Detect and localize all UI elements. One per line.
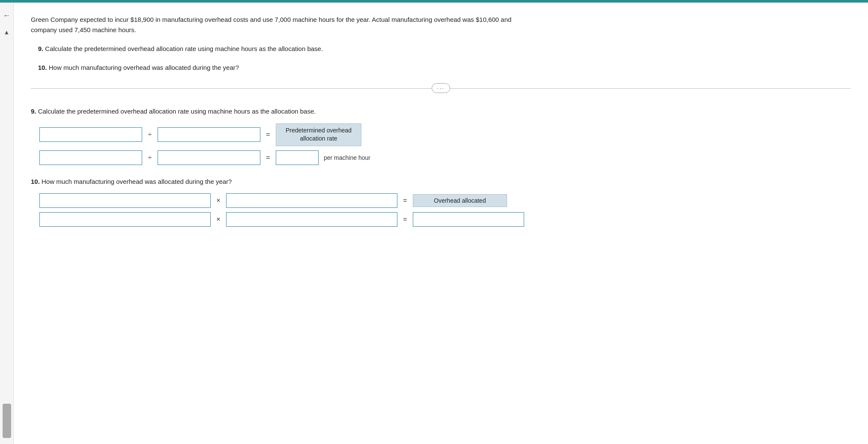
q10-operator-x2: ×: [214, 216, 223, 223]
q9-text-preview: Calculate the predetermined overhead all…: [45, 45, 323, 52]
intro-paragraph: Green Company expected to incur $18,900 …: [31, 15, 802, 35]
q9-label-line1: Predetermined overhead: [286, 127, 352, 134]
scroll-bar[interactable]: [3, 404, 11, 438]
q10-value-row: × =: [39, 212, 524, 227]
back-arrow-icon[interactable]: ←: [3, 11, 11, 20]
q9-predetermined-label: Predetermined overhead allocation rate: [276, 123, 361, 146]
q9-number-preview: 9.: [38, 45, 44, 52]
question-9-section: 9. Calculate the predetermined overhead …: [31, 107, 851, 165]
q9-value-row: ÷ = per machine hour: [39, 150, 370, 165]
q10-equals1: =: [401, 197, 409, 204]
q9-input1a[interactable]: [39, 127, 142, 142]
q9-input1b[interactable]: [158, 127, 260, 142]
q9-operator1: ÷: [146, 131, 154, 138]
q9-label-row: ÷ = Predetermined overhead allocation ra…: [39, 123, 370, 146]
divider-dots[interactable]: ···: [432, 83, 450, 93]
page-container: ← ▲ Green Company expected to incur $18,…: [0, 3, 868, 444]
q10-operator-x1: ×: [214, 197, 223, 204]
q10-overhead-label: Overhead allocated: [413, 194, 507, 207]
q9-label-line2: allocation rate: [300, 135, 337, 142]
intro-line1: Green Company expected to incur $18,900 …: [31, 16, 511, 23]
expand-triangle-icon[interactable]: ▲: [4, 29, 10, 36]
top-bar: [0, 0, 868, 3]
q10-formula-container: × = Overhead allocated × =: [39, 193, 524, 227]
question-10-section: 10. How much manufacturing overhead was …: [31, 177, 851, 227]
q10-input1a[interactable]: [39, 193, 211, 208]
q9-title: 9. Calculate the predetermined overhead …: [31, 107, 851, 117]
question-preview-10: 10. How much manufacturing overhead was …: [31, 63, 802, 73]
divider-row: ···: [31, 83, 851, 93]
q9-input2b[interactable]: [158, 150, 260, 165]
q10-input2b[interactable]: [226, 212, 397, 227]
q10-number-preview: 10.: [38, 64, 47, 71]
main-content: Green Company expected to incur $18,900 …: [14, 3, 868, 444]
q9-formula-container: ÷ = Predetermined overhead allocation ra…: [39, 123, 370, 165]
q10-equals2: =: [401, 216, 409, 223]
q9-per-machine-hour: per machine hour: [324, 154, 370, 161]
q10-text-preview: How much manufacturing overhead was allo…: [49, 64, 239, 71]
q10-number: 10.: [31, 178, 40, 185]
q9-text: Calculate the predetermined overhead all…: [38, 108, 316, 115]
q9-input2result[interactable]: [276, 150, 319, 165]
q9-equals1: =: [264, 131, 272, 138]
left-sidebar: ← ▲: [0, 3, 14, 444]
q10-input2a[interactable]: [39, 212, 211, 227]
q9-operator2: ÷: [146, 154, 154, 162]
q10-input1b[interactable]: [226, 193, 397, 208]
q10-input-result[interactable]: [413, 212, 524, 227]
q9-equals2: =: [264, 154, 272, 162]
q10-title: 10. How much manufacturing overhead was …: [31, 177, 851, 187]
q9-input2a[interactable]: [39, 150, 142, 165]
intro-line2: company used 7,450 machine hours.: [31, 26, 136, 33]
q10-text: How much manufacturing overhead was allo…: [42, 178, 232, 185]
q10-label-row: × = Overhead allocated: [39, 193, 524, 208]
question-preview-9: 9. Calculate the predetermined overhead …: [31, 44, 802, 54]
q9-number: 9.: [31, 108, 36, 115]
